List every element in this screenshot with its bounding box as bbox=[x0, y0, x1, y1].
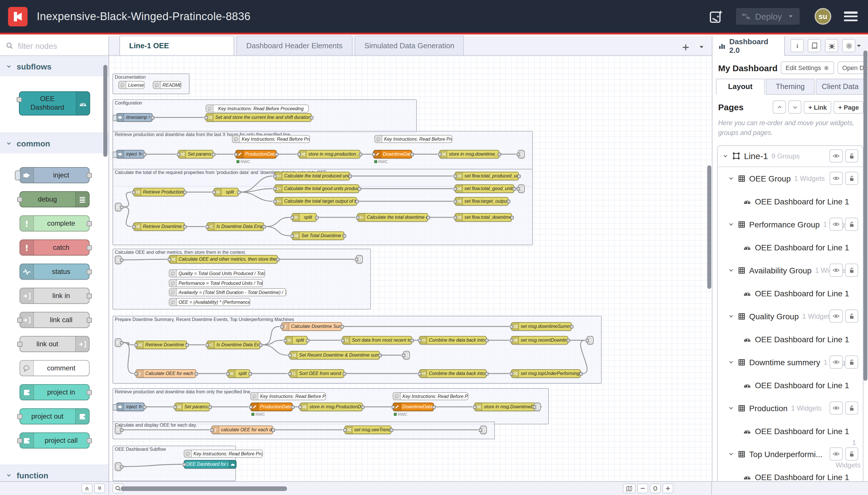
flow-list-dropdown-icon[interactable] bbox=[698, 44, 705, 51]
palette-expand-button[interactable] bbox=[94, 483, 105, 493]
input-port[interactable] bbox=[343, 428, 346, 432]
flow-node-change[interactable]: set msg.downtimeSummary bbox=[511, 322, 572, 331]
avatar[interactable]: su bbox=[815, 8, 831, 25]
output-port[interactable] bbox=[120, 341, 123, 344]
output-port[interactable] bbox=[315, 216, 318, 219]
input-port[interactable] bbox=[355, 216, 359, 219]
flow-node-switch[interactable]: Is Downtime Data Empty? bbox=[207, 341, 261, 349]
wire[interactable] bbox=[581, 340, 587, 374]
sidebar-scrollbar[interactable] bbox=[863, 51, 867, 381]
input-port[interactable] bbox=[453, 200, 457, 203]
input-port[interactable] bbox=[182, 463, 186, 466]
input-port[interactable] bbox=[509, 339, 513, 342]
visibility-eye-button[interactable] bbox=[830, 172, 843, 185]
input-port[interactable] bbox=[418, 339, 421, 342]
deploy-dropdown-icon[interactable] bbox=[788, 13, 794, 19]
input-port[interactable] bbox=[167, 258, 171, 261]
tree-group-row[interactable]: Quality Group1 Widgets bbox=[717, 305, 863, 328]
input-port[interactable] bbox=[298, 406, 302, 409]
flow-node-linkin[interactable] bbox=[115, 256, 122, 264]
output-port[interactable] bbox=[579, 372, 583, 376]
output-port[interactable] bbox=[389, 428, 393, 432]
flow-node-comment[interactable]: Quality = Total Good Units Produced / To… bbox=[169, 269, 265, 277]
output-port[interactable] bbox=[485, 372, 488, 376]
input-port[interactable] bbox=[176, 153, 180, 156]
flow-node-linkout[interactable] bbox=[587, 336, 594, 344]
tab-client-data[interactable]: Client Data bbox=[816, 79, 865, 95]
output-port[interactable] bbox=[183, 225, 186, 228]
flow-node-change[interactable]: set msg.oeeTrend bbox=[344, 426, 392, 434]
flow-node-change[interactable]: store in msg.downtime_data bbox=[439, 150, 500, 158]
lock-button[interactable] bbox=[845, 172, 858, 185]
info-button[interactable]: i bbox=[791, 39, 804, 52]
flow-node-split[interactable]: split bbox=[292, 213, 317, 222]
input-port[interactable] bbox=[226, 372, 229, 376]
output-port[interactable] bbox=[340, 325, 344, 328]
input-port[interactable] bbox=[288, 372, 291, 376]
input-port[interactable] bbox=[134, 343, 138, 347]
palette-node-project-call[interactable]: project call bbox=[19, 432, 89, 448]
flow-node-change[interactable]: Retrieve Downtime Data bbox=[136, 341, 187, 349]
input-port[interactable] bbox=[17, 197, 22, 202]
flow-node-batch[interactable]: Calculate the total downtime duration bbox=[357, 213, 428, 222]
add-page-button[interactable]: + Page bbox=[834, 101, 863, 114]
flow-node-change[interactable]: Retrieve Downtime Data bbox=[133, 222, 185, 231]
lock-button[interactable] bbox=[845, 309, 858, 323]
tree-widget-row[interactable]: OEE Dashboard for Line 1 bbox=[717, 282, 863, 305]
palette-category-subflows[interactable]: subflows bbox=[0, 56, 108, 76]
flow-node-change[interactable]: set msg.topUnderPerformingMachines bbox=[511, 369, 581, 378]
tree-group-row[interactable]: Availability Group1 Widgets bbox=[717, 259, 863, 282]
add-link-button[interactable]: + Link bbox=[804, 101, 831, 114]
flow-node-db[interactable]: ProductionData bbox=[236, 150, 277, 158]
tree-page-row[interactable]: Line-19 Groups bbox=[717, 146, 863, 166]
input-port[interactable] bbox=[205, 225, 209, 228]
tree-widget-row[interactable]: OEE Dashboard for Line 1 bbox=[717, 190, 863, 213]
output-port[interactable] bbox=[498, 153, 501, 156]
input-port[interactable] bbox=[402, 354, 405, 357]
wire[interactable] bbox=[241, 189, 273, 192]
flow-node-inject[interactable]: timestamp ¹ bbox=[116, 113, 153, 122]
output-port[interactable] bbox=[291, 406, 294, 409]
zoom-out-button[interactable] bbox=[637, 483, 648, 493]
input-port[interactable] bbox=[533, 406, 536, 409]
output-port[interactable] bbox=[120, 258, 123, 262]
input-port[interactable] bbox=[273, 200, 276, 203]
visibility-eye-button[interactable] bbox=[830, 356, 843, 369]
tab-line-1-oee[interactable]: Line-1 OEE bbox=[119, 36, 234, 55]
palette-node-link-call[interactable]: link call bbox=[19, 312, 89, 328]
inject-button[interactable] bbox=[112, 404, 117, 411]
visibility-eye-button[interactable] bbox=[830, 218, 843, 231]
flow-node-join[interactable]: Combine the data back into an array. bbox=[419, 336, 487, 344]
input-port[interactable] bbox=[453, 174, 457, 178]
flow-node-join[interactable]: Combine the data back into an array. bbox=[419, 369, 487, 378]
input-port[interactable] bbox=[290, 234, 294, 238]
palette-node-project-out[interactable]: project out bbox=[19, 408, 89, 424]
output-port[interactable] bbox=[361, 406, 364, 409]
visibility-eye-button[interactable] bbox=[830, 447, 843, 461]
output-port[interactable] bbox=[259, 343, 262, 347]
flow-node-switch[interactable]: Is Downtime Data Empty? bbox=[207, 222, 264, 231]
output-port[interactable] bbox=[432, 406, 435, 409]
flow-node-linkout[interactable] bbox=[356, 255, 363, 263]
flow-node-inject[interactable]: inject ↻ bbox=[116, 150, 145, 158]
output-port[interactable] bbox=[86, 173, 91, 178]
output-port[interactable] bbox=[262, 225, 265, 228]
output-port[interactable] bbox=[86, 269, 91, 274]
input-port[interactable] bbox=[212, 191, 215, 194]
flow-node-change[interactable]: set flow.total_produced_units bbox=[455, 172, 519, 180]
flow-node-split[interactable]: split bbox=[213, 188, 239, 197]
palette-node-debug[interactable]: debug bbox=[19, 191, 89, 207]
palette-node-catch[interactable]: catch bbox=[19, 239, 89, 256]
output-port[interactable] bbox=[86, 221, 91, 226]
flow-node-linkout[interactable] bbox=[480, 426, 487, 434]
output-port[interactable] bbox=[143, 406, 146, 409]
wire[interactable] bbox=[123, 192, 132, 207]
output-port[interactable] bbox=[426, 216, 430, 219]
output-port[interactable] bbox=[517, 174, 520, 178]
output-port[interactable] bbox=[570, 325, 573, 328]
add-flow-button[interactable] bbox=[681, 43, 690, 52]
input-port[interactable] bbox=[453, 216, 457, 219]
edit-settings-button[interactable]: Edit Settings bbox=[781, 62, 834, 74]
palette-node-comment[interactable]: comment bbox=[19, 360, 89, 376]
flow-node-comment[interactable]: README bbox=[153, 81, 181, 89]
